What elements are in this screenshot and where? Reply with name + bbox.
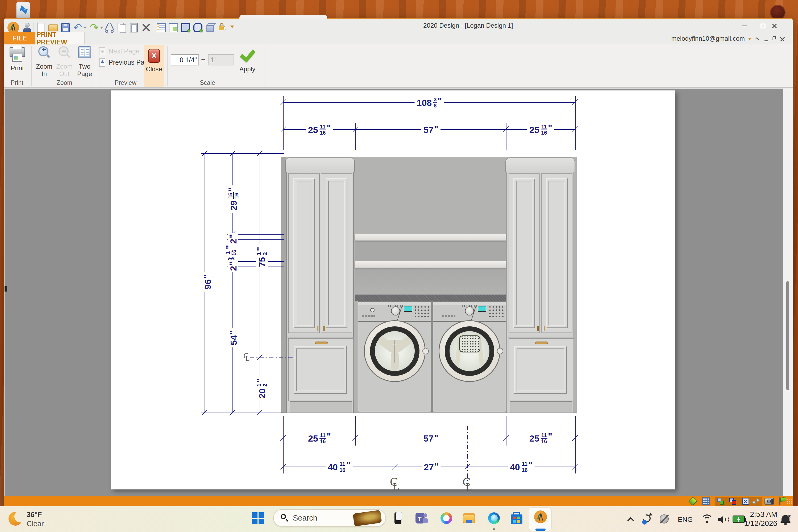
- user-profile-icon[interactable]: [22, 22, 33, 33]
- teams-icon[interactable]: T: [415, 512, 428, 525]
- print-button[interactable]: Print: [6, 46, 28, 78]
- search-box[interactable]: Search: [273, 509, 386, 527]
- dim-label: 54": [228, 328, 239, 347]
- apply-button-label: Apply: [234, 65, 261, 73]
- dock-handle[interactable]: [4, 286, 7, 291]
- paste-icon[interactable]: [129, 22, 139, 33]
- floppy-shutter: [63, 24, 67, 26]
- lock-pointer-icon[interactable]: [218, 22, 229, 33]
- right-hamper-handle: [535, 342, 548, 344]
- redo-dropdown-icon[interactable]: [100, 26, 103, 29]
- mdi-restore-icon[interactable]: [772, 37, 775, 40]
- dim-ext-line: [355, 123, 356, 150]
- zoom-out-label-2: Out: [54, 70, 75, 78]
- dim-label: 27": [422, 462, 441, 472]
- wifi-icon[interactable]: [701, 514, 714, 525]
- resize-grip[interactable]: [786, 498, 792, 504]
- close-window-button[interactable]: [768, 21, 780, 30]
- flag-icon[interactable]: [779, 497, 787, 506]
- language-indicator[interactable]: ENG: [678, 515, 693, 524]
- dim-label: 57": [421, 433, 440, 443]
- tab-print-preview-label: PRINT PREVIEW: [36, 31, 84, 46]
- scissor-ring: [105, 30, 108, 33]
- copilot-icon[interactable]: [440, 512, 453, 525]
- sync-icon[interactable]: [642, 513, 653, 525]
- ms-store-icon[interactable]: [510, 512, 523, 525]
- previous-page-arrow: [100, 60, 104, 63]
- link-icon[interactable]: [752, 498, 760, 505]
- zoom-handle: [66, 54, 70, 58]
- dryer-buttons: [488, 305, 504, 318]
- edge-icon[interactable]: [488, 512, 500, 525]
- minimize-icon: [742, 25, 747, 26]
- tray-time: 2:53 AM: [750, 510, 777, 519]
- cut-icon[interactable]: [104, 22, 115, 33]
- tab-file[interactable]: FILE: [4, 32, 35, 44]
- copy-icon[interactable]: [116, 22, 127, 33]
- undo-dropdown-icon[interactable]: [83, 26, 87, 29]
- mdi-minimize-icon[interactable]: [764, 40, 768, 41]
- expand-arrows-icon[interactable]: [742, 498, 749, 505]
- dim-label-total-height: 96": [203, 272, 213, 291]
- right-cabinet-door-right: [541, 173, 572, 333]
- start-button[interactable]: [252, 512, 264, 525]
- file-explorer-icon[interactable]: [462, 512, 475, 525]
- delete-icon[interactable]: [141, 22, 152, 33]
- left-cabinet-rail: [287, 334, 353, 338]
- window-title: 2020 Design - [Logan Design 1]: [399, 22, 537, 29]
- redo-icon[interactable]: ↷: [89, 22, 99, 33]
- open-shelf-upper: [355, 234, 506, 241]
- recycle-bin-icon[interactable]: [15, 0, 32, 21]
- clock-widget[interactable]: 2:53 AM 1/12/2026: [742, 510, 777, 528]
- account-email[interactable]: melodyfinn10@gmail.com: [625, 35, 745, 42]
- scale-group-label: Scale: [170, 79, 245, 87]
- form-list-icon[interactable]: [156, 22, 167, 33]
- right-toe-kick: [510, 401, 572, 413]
- search-highlight-image[interactable]: [353, 510, 382, 527]
- globe-slash-icon[interactable]: [659, 514, 670, 525]
- cube-3d-icon[interactable]: [205, 22, 216, 33]
- dim-ext-line: [575, 96, 576, 150]
- notification-bell-icon[interactable]: z: [780, 513, 792, 526]
- next-page-label: Next Page: [109, 48, 140, 55]
- select-frame-icon[interactable]: [180, 22, 191, 33]
- dim-label: 291516": [227, 185, 240, 212]
- two-page-label-2: Page: [75, 70, 95, 78]
- overlap-icon[interactable]: [729, 498, 736, 505]
- phone-link-icon[interactable]: [392, 512, 405, 525]
- dryer-lcd: [478, 306, 486, 312]
- dim-ext-line: [506, 416, 507, 445]
- account-dropdown-icon[interactable]: [748, 38, 751, 40]
- cube-top: [206, 23, 216, 26]
- close-preview-button[interactable]: X Close: [144, 45, 165, 87]
- grid-icon[interactable]: [702, 497, 710, 506]
- design-app-taskbar-button[interactable]: [529, 508, 552, 531]
- arrange-icon[interactable]: [717, 498, 724, 505]
- dim-label: 2012": [255, 376, 268, 401]
- dim-label: 57": [421, 125, 440, 135]
- two-page-button[interactable]: Two Page: [75, 46, 95, 79]
- zoom-in-button[interactable]: Zoom In: [34, 46, 54, 79]
- dim-ext-line: [283, 416, 284, 445]
- qat-overflow-icon[interactable]: [230, 25, 234, 28]
- scrollbar-thumb[interactable]: [786, 281, 789, 390]
- volume-icon[interactable]: [718, 515, 730, 525]
- search-icon: [281, 514, 286, 519]
- scale-value-input[interactable]: [171, 54, 199, 65]
- lint-grate: [459, 336, 480, 353]
- group-separator: [167, 46, 168, 86]
- apply-button[interactable]: Apply: [234, 46, 261, 78]
- qat-separator: [154, 23, 154, 33]
- minimize-button[interactable]: [738, 21, 750, 30]
- door-handle: [544, 326, 545, 331]
- weather-widget[interactable]: 36°F Clear: [7, 509, 65, 529]
- camera-icon[interactable]: [764, 498, 774, 505]
- active-indicator: [535, 529, 546, 531]
- dryer-top-band: [433, 302, 506, 305]
- select-oval-icon[interactable]: [193, 22, 203, 33]
- form-calc-icon[interactable]: [168, 22, 179, 33]
- left-cabinet-door-left: [288, 173, 320, 333]
- maximize-button[interactable]: [757, 21, 769, 30]
- tab-print-preview[interactable]: PRINT PREVIEW: [36, 32, 84, 44]
- dim-label: 251116": [527, 124, 554, 136]
